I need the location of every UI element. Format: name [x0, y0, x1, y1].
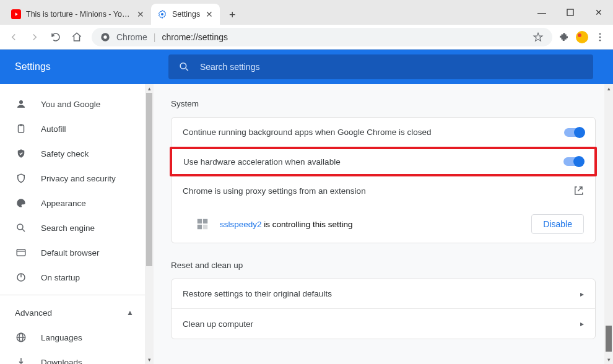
sidebar-item-downloads[interactable]: Downloads	[0, 350, 154, 364]
settings-main: You and Google Autofill Safety check Pri…	[0, 84, 613, 364]
page-title: Settings	[15, 61, 168, 72]
system-card: Continue running background apps when Go…	[171, 117, 596, 243]
profile-avatar[interactable]	[576, 31, 588, 43]
row-hardware-acceleration: Use hardware acceleration when available	[170, 147, 597, 176]
power-icon	[15, 271, 27, 284]
sidebar-item-label: Default browser	[41, 248, 100, 258]
svg-rect-13	[17, 249, 25, 256]
svg-rect-2	[567, 9, 573, 15]
settings-search[interactable]	[168, 54, 593, 79]
row-restore-defaults[interactable]: Restore settings to their original defau…	[172, 279, 595, 309]
svg-point-8	[180, 63, 186, 69]
sidebar-advanced[interactable]: Advanced▲	[0, 300, 154, 325]
row-clean-up[interactable]: Clean up computer ▸	[172, 309, 595, 339]
section-title-reset: Reset and clean up	[171, 261, 596, 270]
toggle-hardware-acceleration[interactable]	[563, 157, 583, 166]
toggle-background-apps[interactable]	[564, 128, 584, 137]
globe-icon	[15, 331, 27, 344]
chevron-right-icon: ▸	[580, 290, 584, 298]
content-scrollbar[interactable]: ▴ ▾	[604, 84, 613, 364]
sidebar-item-label: Appearance	[41, 199, 86, 208]
divider	[0, 295, 154, 295]
url-bar: Chrome | chrome://settings	[0, 25, 613, 50]
toggle-knob	[573, 156, 585, 167]
row-label: Use hardware acceleration when available	[183, 157, 563, 167]
chrome-icon	[100, 32, 110, 42]
sidebar-item-label: You and Google	[41, 100, 100, 109]
chevron-up-icon: ▲	[126, 308, 134, 317]
sidebar-item-label: On startup	[41, 273, 80, 282]
row-label: Clean up computer	[183, 319, 580, 329]
extensions-icon[interactable]	[559, 32, 570, 43]
svg-rect-10	[19, 125, 24, 132]
close-icon[interactable]: ✕	[205, 10, 214, 19]
tab-youtube[interactable]: This is torture - Minions - YouTu ✕	[5, 4, 151, 25]
scrollbar-thumb[interactable]	[606, 326, 612, 352]
omnibox-url: chrome://settings	[162, 32, 228, 42]
sidebar-advanced-label: Advanced	[15, 308, 52, 318]
tab-title: This is torture - Minions - YouTu	[26, 10, 131, 19]
scroll-down-icon[interactable]: ▾	[604, 355, 613, 364]
download-icon	[15, 356, 27, 364]
minimize-button[interactable]: —	[528, 0, 556, 25]
sidebar-item-appearance[interactable]: Appearance	[0, 191, 154, 215]
svg-point-6	[599, 36, 601, 38]
new-tab-button[interactable]: +	[224, 6, 241, 24]
svg-rect-20	[198, 219, 202, 223]
star-icon[interactable]	[533, 32, 544, 43]
shield-icon	[15, 172, 27, 184]
sidebar-item-on-startup[interactable]: On startup	[0, 265, 154, 290]
scroll-down-icon[interactable]: ▾	[145, 355, 154, 364]
clipboard-icon	[15, 123, 27, 135]
back-button[interactable]	[5, 28, 22, 46]
scroll-up-icon[interactable]: ▴	[604, 84, 613, 93]
search-input[interactable]	[200, 62, 583, 72]
reset-card: Restore settings to their original defau…	[171, 279, 596, 339]
close-icon[interactable]: ✕	[136, 10, 145, 19]
sidebar-item-you-and-google[interactable]: You and Google	[0, 92, 154, 116]
disable-button[interactable]: Disable	[531, 214, 584, 234]
extension-suffix: is controlling this setting	[262, 220, 353, 229]
sidebar-item-label: Downloads	[41, 358, 82, 365]
section-title-system: System	[171, 99, 596, 108]
palette-icon	[15, 197, 27, 209]
address-bar[interactable]: Chrome | chrome://settings	[92, 28, 552, 46]
sidebar-item-search-engine[interactable]: Search engine	[0, 215, 154, 240]
sidebar-item-languages[interactable]: Languages	[0, 325, 154, 350]
sidebar-item-autofill[interactable]: Autofill	[0, 116, 154, 141]
home-button[interactable]	[68, 28, 85, 46]
chevron-right-icon: ▸	[580, 319, 584, 328]
settings-content: System Continue running background apps …	[154, 84, 613, 364]
reload-button[interactable]	[47, 28, 64, 46]
close-window-button[interactable]: ✕	[585, 0, 613, 25]
svg-rect-22	[198, 225, 202, 229]
svg-point-7	[599, 39, 601, 41]
shield-check-icon	[15, 147, 27, 160]
search-icon	[178, 61, 190, 73]
row-extension-controlling: sslspeedy2 is controlling this setting D…	[172, 206, 595, 243]
extension-link[interactable]: sslspeedy2	[220, 220, 262, 229]
sidebar-item-privacy[interactable]: Privacy and security	[0, 166, 154, 191]
settings-header: Settings	[0, 50, 613, 84]
row-label: Chrome is using proxy settings from an e…	[183, 186, 573, 196]
gear-icon	[157, 9, 167, 19]
maximize-button[interactable]	[556, 0, 585, 25]
svg-point-1	[161, 13, 163, 15]
sidebar-item-default-browser[interactable]: Default browser	[0, 240, 154, 265]
sidebar-item-safety-check[interactable]: Safety check	[0, 141, 154, 166]
menu-icon[interactable]	[594, 32, 606, 43]
window-controls: — ✕	[528, 0, 613, 25]
sidebar: You and Google Autofill Safety check Pri…	[0, 84, 154, 364]
row-proxy-settings[interactable]: Chrome is using proxy settings from an e…	[172, 176, 595, 206]
row-background-apps: Continue running background apps when Go…	[172, 118, 595, 147]
extension-icon	[195, 217, 210, 232]
extension-text: sslspeedy2 is controlling this setting	[220, 220, 353, 229]
toolbar-right	[559, 31, 608, 43]
sidebar-scrollbar[interactable]: ▴ ▾	[145, 84, 154, 364]
forward-button[interactable]	[26, 28, 43, 46]
scrollbar-thumb[interactable]	[146, 93, 152, 266]
scroll-up-icon[interactable]: ▴	[145, 84, 154, 93]
tab-settings[interactable]: Settings ✕	[151, 4, 220, 25]
browser-icon	[15, 246, 27, 259]
sidebar-item-label: Privacy and security	[41, 174, 116, 183]
